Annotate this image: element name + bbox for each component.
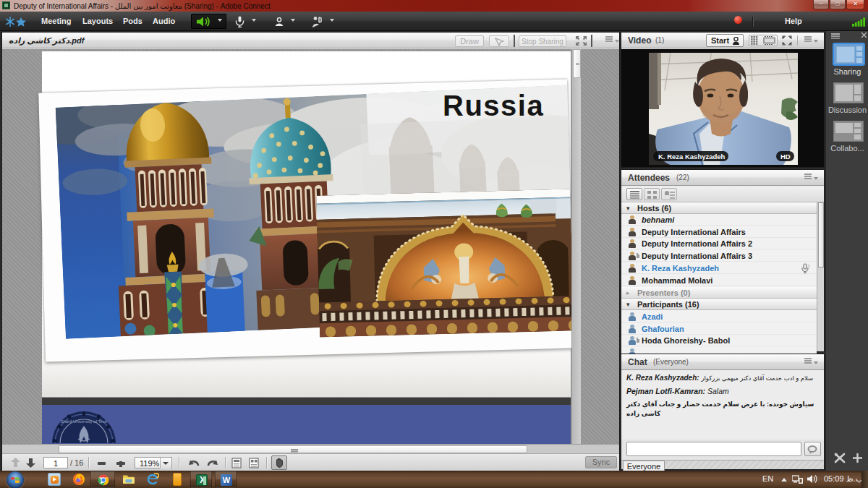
svg-text:K. Reza Kashyzadeh: K. Reza Kashyzadeh bbox=[658, 153, 726, 160]
svg-text:Sharif University of Tech: Sharif University of Tech bbox=[61, 419, 108, 424]
svg-text:HD: HD bbox=[780, 153, 791, 160]
